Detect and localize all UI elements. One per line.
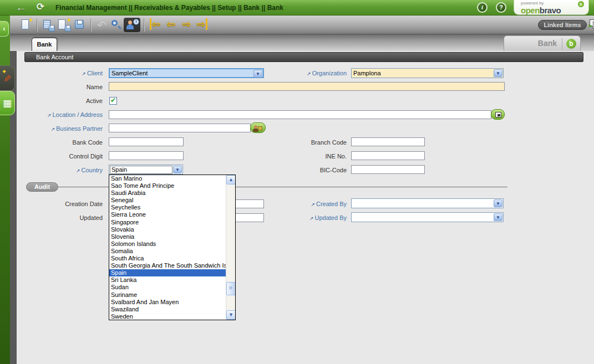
country-option[interactable]: San Marino bbox=[109, 175, 226, 182]
scroll-down-icon[interactable]: ▼ bbox=[226, 310, 236, 320]
business-partner-search-button[interactable] bbox=[250, 122, 266, 133]
country-select[interactable]: Spain ▼ bbox=[109, 165, 183, 175]
country-option[interactable]: Svalbard And Jan Mayen bbox=[109, 299, 226, 306]
country-label[interactable]: ↗Country bbox=[17, 167, 103, 173]
openbravo-logo: powered by openbravo b bbox=[514, 0, 589, 15]
country-option[interactable]: Sweden bbox=[109, 313, 226, 320]
country-option[interactable]: Senegal bbox=[109, 197, 226, 204]
edit-mode-tab[interactable]: ✦✎ bbox=[0, 65, 15, 91]
client-label[interactable]: ↗Client bbox=[17, 70, 103, 76]
location-picker-button[interactable] bbox=[491, 109, 505, 120]
toolbar-separator bbox=[37, 18, 38, 32]
help-icon[interactable]: ? bbox=[496, 2, 506, 13]
link-icon: ↗ bbox=[309, 216, 314, 221]
grid-mode-tab[interactable]: ▦ bbox=[0, 91, 15, 115]
updated-by-select[interactable]: ▼ bbox=[351, 212, 504, 222]
new-record-icon[interactable]: ✦ bbox=[18, 18, 33, 32]
country-option[interactable]: Suriname bbox=[109, 291, 226, 299]
save-and-grid-icon[interactable] bbox=[41, 18, 56, 32]
country-option[interactable]: Slovenia bbox=[109, 233, 226, 240]
country-dropdown-list: San MarinoSao Tome And PrincipeSaudi Ara… bbox=[109, 175, 236, 320]
link-icon: ↗ bbox=[307, 71, 311, 76]
previous-record-icon[interactable]: ⇦ bbox=[164, 18, 179, 32]
country-option[interactable]: Sri Lanka bbox=[109, 276, 226, 284]
client-value: SampleClient bbox=[111, 70, 253, 76]
first-record-icon[interactable]: ⇦ bbox=[148, 18, 163, 32]
toolbar: ✦ ✦ ↶ ⇦ ⇦ ⇨ ⇨ Linked Items ➤ bbox=[10, 16, 594, 34]
ine-no-input[interactable] bbox=[351, 151, 425, 160]
country-option[interactable]: Sierra Leone bbox=[109, 211, 226, 218]
next-record-icon[interactable]: ⇨ bbox=[179, 18, 194, 32]
organization-label[interactable]: ↗Organization bbox=[255, 70, 347, 76]
organization-select[interactable]: Pamplona ▼ bbox=[351, 68, 504, 78]
breadcrumb: Financial Management || Receivables & Pa… bbox=[55, 4, 283, 12]
country-option[interactable]: Somalia bbox=[109, 248, 226, 255]
chevron-down-icon[interactable]: ▼ bbox=[173, 166, 182, 173]
tab-bank[interactable]: Bank bbox=[32, 38, 57, 51]
country-option[interactable]: Seychelles bbox=[109, 204, 226, 211]
last-record-icon[interactable]: ⇨ bbox=[195, 18, 210, 32]
chevron-down-icon[interactable]: ▼ bbox=[494, 69, 502, 77]
client-select[interactable]: SampleClient ▼ bbox=[109, 68, 264, 78]
openbravo-b-icon: b bbox=[566, 39, 576, 49]
link-icon: ↗ bbox=[51, 126, 55, 132]
scrollbar-thumb[interactable] bbox=[226, 282, 236, 295]
bic-code-label: BIC-Code bbox=[255, 167, 347, 173]
back-icon[interactable]: ← bbox=[16, 1, 27, 14]
audit-history-icon[interactable] bbox=[124, 18, 140, 32]
save-icon[interactable] bbox=[72, 18, 87, 32]
bank-code-input[interactable] bbox=[109, 137, 184, 146]
country-option[interactable]: Solomon Islands bbox=[109, 240, 226, 248]
country-option[interactable]: Saudi Arabia bbox=[109, 189, 226, 197]
linked-items-button[interactable]: Linked Items bbox=[538, 20, 587, 30]
chevron-down-icon[interactable]: ▼ bbox=[494, 213, 502, 221]
location-label[interactable]: ↗Location / Address bbox=[17, 111, 103, 118]
country-option[interactable]: Sao Tome And Principe bbox=[109, 182, 226, 189]
audit-section-label: Audit bbox=[26, 182, 58, 192]
control-digit-input[interactable] bbox=[109, 151, 184, 160]
country-options: San MarinoSao Tome And PrincipeSaudi Ara… bbox=[109, 175, 226, 320]
dropdown-scrollbar[interactable]: ▲ ▼ bbox=[226, 175, 235, 320]
save-and-new-icon[interactable]: ✦ bbox=[57, 18, 72, 32]
link-icon: ↗ bbox=[82, 71, 86, 76]
created-by-select[interactable]: ▼ bbox=[351, 198, 504, 208]
info-icon[interactable]: i bbox=[477, 2, 488, 13]
ine-no-label: INE No. bbox=[255, 153, 347, 160]
scroll-up-icon[interactable]: ▲ bbox=[226, 175, 236, 184]
link-icon: ↗ bbox=[311, 202, 315, 207]
country-option[interactable]: Swaziland bbox=[109, 306, 226, 313]
window-identifier-tab[interactable]: Bank b bbox=[504, 35, 581, 51]
briefcase-icon bbox=[258, 126, 262, 130]
country-option[interactable]: Singapore bbox=[109, 219, 226, 226]
collapse-sidebar-button[interactable]: ‹ bbox=[0, 21, 9, 37]
business-partner-input[interactable] bbox=[109, 124, 251, 132]
location-input[interactable] bbox=[109, 110, 491, 119]
creation-date-label: Creation Date bbox=[17, 201, 103, 207]
link-icon: ↗ bbox=[47, 112, 52, 118]
branch-code-label: Branch Code bbox=[255, 139, 347, 146]
country-option[interactable]: Sudan bbox=[109, 284, 226, 291]
search-icon[interactable] bbox=[109, 18, 124, 32]
name-input[interactable] bbox=[109, 82, 505, 91]
undo-icon[interactable]: ↶ bbox=[94, 18, 109, 32]
active-label: Active bbox=[17, 98, 103, 104]
tab-strip: Bank Bank b bbox=[10, 34, 594, 51]
section-title-bar: Bank Account bbox=[24, 52, 583, 62]
chevron-down-icon[interactable]: ▼ bbox=[494, 199, 502, 207]
branch-code-input[interactable] bbox=[351, 137, 425, 146]
updated-by-label[interactable]: ↗Updated By bbox=[255, 214, 347, 221]
check-icon: ✔ bbox=[110, 96, 116, 104]
country-option[interactable]: Spain bbox=[109, 269, 226, 276]
business-partner-label[interactable]: ↗Business Partner bbox=[17, 125, 103, 132]
chevron-down-icon[interactable]: ▼ bbox=[253, 70, 262, 78]
country-option[interactable]: Slovakia bbox=[109, 226, 226, 233]
linked-items-icon[interactable]: ➤ bbox=[589, 18, 594, 30]
country-option[interactable]: South Georgia And The South Sandwich Isl… bbox=[109, 262, 226, 269]
country-option[interactable]: South Africa bbox=[109, 255, 226, 262]
link-icon: ↗ bbox=[76, 168, 80, 173]
refresh-icon[interactable]: ⟳ bbox=[37, 1, 44, 13]
created-by-label[interactable]: ↗Created By bbox=[255, 201, 347, 207]
active-checkbox[interactable]: ✔ bbox=[109, 97, 117, 105]
pencil-icon: ✎ bbox=[1, 74, 13, 82]
bic-code-input[interactable] bbox=[351, 165, 425, 174]
